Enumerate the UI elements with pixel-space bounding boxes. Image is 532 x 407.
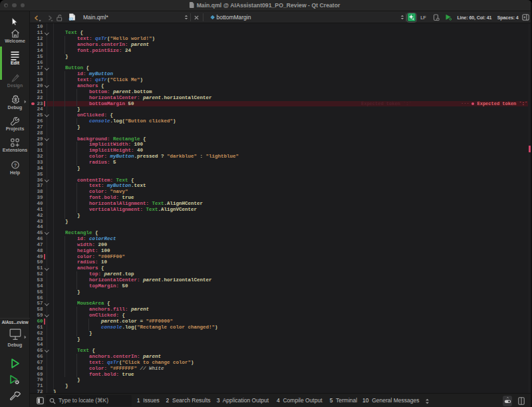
svg-text:?: ? xyxy=(13,162,17,168)
svg-text:QML: QML xyxy=(68,18,73,21)
